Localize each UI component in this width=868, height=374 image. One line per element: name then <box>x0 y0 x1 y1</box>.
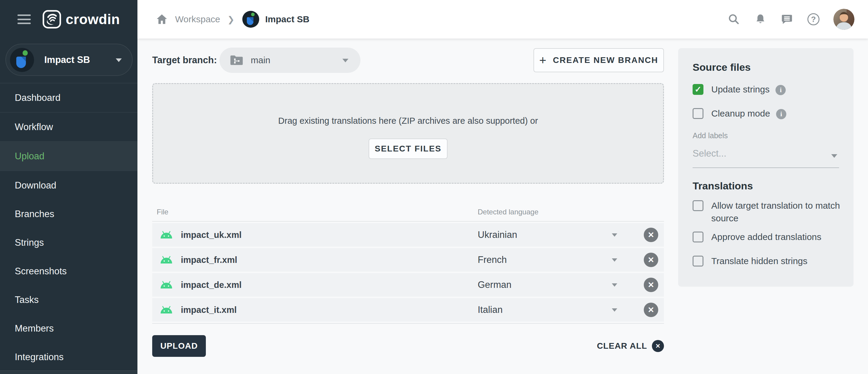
help-icon[interactable] <box>807 13 820 26</box>
table-actions: UPLOAD CLEAR ALL <box>152 335 664 359</box>
sidebar-item-dashboard[interactable]: Dashboard <box>0 83 137 112</box>
notifications-bell-icon[interactable] <box>754 13 767 26</box>
select-files-button[interactable]: SELECT FILES <box>369 138 447 159</box>
cleanup-mode-checkbox-row[interactable]: Cleanup mode <box>692 107 786 120</box>
plus-icon <box>539 54 546 67</box>
chevron-down-icon[interactable] <box>612 308 617 312</box>
sidebar-item-download[interactable]: Download <box>0 171 137 200</box>
breadcrumb: Workspace Impact SB <box>155 11 310 28</box>
file-dropzone[interactable]: Drag existing translations here (ZIP arc… <box>152 83 664 184</box>
approve-added-translations-checkbox-row[interactable]: Approve added translations <box>692 231 821 243</box>
file-name: impact_de.xml <box>181 280 241 290</box>
upload-settings-panel: Source files Update strings Cleanup mode… <box>678 48 854 287</box>
breadcrumb-project-avatar <box>242 11 259 28</box>
chevron-down-icon[interactable] <box>612 233 617 237</box>
branch-select[interactable]: main <box>219 47 361 73</box>
branch-select-value: main <box>251 55 270 65</box>
android-file-icon <box>160 231 173 239</box>
crowdin-logo-text: crowdin <box>66 11 120 27</box>
project-avatar <box>10 48 34 72</box>
remove-file-button[interactable] <box>644 303 658 317</box>
dropzone-hint: Drag existing translations here (ZIP arc… <box>153 116 663 126</box>
table-row: impact_uk.xml Ukrainian <box>152 223 664 247</box>
crowdin-logo-icon <box>42 10 61 29</box>
content: Target branch: main CREATE NEW BRANCH <box>137 38 868 374</box>
detected-language-select[interactable]: Italian <box>478 304 503 315</box>
table-row: impact_de.xml German <box>152 273 664 297</box>
translate-hidden-strings-checkbox-row[interactable]: Translate hidden strings <box>692 255 807 267</box>
sidebar-item-tasks[interactable]: Tasks <box>0 285 137 314</box>
file-name: impact_it.xml <box>181 305 237 315</box>
remove-file-button[interactable] <box>644 278 658 292</box>
android-file-icon <box>160 281 173 289</box>
sidebar-item-branches[interactable]: Branches <box>0 200 137 228</box>
breadcrumb-workspace-link[interactable]: Workspace <box>175 14 220 24</box>
update-strings-checkbox-row[interactable]: Update strings <box>692 83 786 96</box>
info-icon[interactable] <box>776 109 786 119</box>
sidebar-item-integrations[interactable]: Integrations <box>0 343 137 371</box>
table-row: impact_fr.xml French <box>152 248 664 272</box>
file-name: impact_uk.xml <box>181 230 241 240</box>
cleanup-mode-checkbox[interactable] <box>692 108 704 119</box>
chevron-down-icon[interactable] <box>612 283 617 287</box>
topbar-actions <box>727 9 855 30</box>
messages-chat-icon[interactable] <box>780 13 794 26</box>
sidebar-bottom-divider <box>0 370 137 374</box>
info-icon[interactable] <box>775 85 786 95</box>
chevron-down-icon <box>831 154 837 158</box>
breadcrumb-project-name: Impact SB <box>265 14 310 24</box>
user-avatar[interactable] <box>833 9 855 30</box>
sidebar-item-upload[interactable]: Upload <box>0 142 137 170</box>
detected-language-select[interactable]: German <box>478 279 512 290</box>
sidebar-item-workflow[interactable]: Workflow <box>0 113 137 141</box>
remove-file-button[interactable] <box>644 228 658 242</box>
table-header: File Detected language <box>152 201 664 222</box>
sidebar-item-strings[interactable]: Strings <box>0 228 137 257</box>
crowdin-logo[interactable]: crowdin <box>42 10 120 29</box>
project-selector[interactable]: Impact SB <box>5 44 133 76</box>
translate-hidden-strings-checkbox[interactable] <box>692 256 704 267</box>
update-strings-checkbox[interactable] <box>692 84 704 95</box>
sidebar-item-members[interactable]: Members <box>0 314 137 343</box>
search-icon[interactable] <box>727 13 741 26</box>
clear-all-close-icon <box>652 340 664 352</box>
create-new-branch-button[interactable]: CREATE NEW BRANCH <box>533 48 664 72</box>
chevron-down-icon[interactable] <box>612 259 617 262</box>
breadcrumb-chevron-icon <box>227 14 235 24</box>
branch-folder-icon <box>230 54 244 66</box>
detected-language-select[interactable]: Ukrainian <box>478 230 517 240</box>
sidebar-header: crowdin <box>0 0 137 38</box>
clear-all-button[interactable]: CLEAR ALL <box>597 340 664 352</box>
table-row: impact_it.xml Italian <box>152 298 664 321</box>
allow-target-match-source-checkbox[interactable] <box>692 200 704 211</box>
approve-added-translations-checkbox[interactable] <box>692 232 704 242</box>
column-header-language: Detected language <box>478 208 538 216</box>
file-name: impact_fr.xml <box>181 255 237 265</box>
branch-toolbar: Target branch: main CREATE NEW BRANCH <box>152 47 664 73</box>
android-file-icon <box>160 306 173 314</box>
target-branch-label: Target branch: <box>152 55 217 65</box>
detected-language-select[interactable]: French <box>478 254 507 265</box>
sidebar: crowdin Impact SB Dashboard Workflow Upl… <box>0 0 137 374</box>
uploaded-files-table: File Detected language impact_uk.xml Ukr… <box>152 201 664 324</box>
remove-file-button[interactable] <box>644 253 658 267</box>
chevron-down-icon <box>342 59 348 62</box>
table-bottom-divider <box>152 323 664 324</box>
main-area: Workspace Impact SB <box>137 0 868 374</box>
home-icon[interactable] <box>155 13 168 26</box>
android-file-icon <box>160 256 173 264</box>
app-root: crowdin Impact SB Dashboard Workflow Upl… <box>0 0 868 374</box>
topbar: Workspace Impact SB <box>137 0 868 38</box>
upload-button[interactable]: UPLOAD <box>152 335 206 357</box>
allow-target-match-source-checkbox-row[interactable]: Allow target translation to match source <box>692 199 844 225</box>
source-files-title: Source files <box>692 61 751 73</box>
column-header-file: File <box>157 208 168 216</box>
sidebar-item-screenshots[interactable]: Screenshots <box>0 257 137 285</box>
sidebar-nav: Dashboard Workflow Upload Download Branc… <box>0 83 137 371</box>
add-labels-label: Add labels <box>692 131 728 140</box>
translations-title: Translations <box>692 180 753 192</box>
hamburger-menu-icon[interactable] <box>18 14 31 24</box>
labels-select[interactable]: Select... <box>692 144 839 168</box>
project-selector-name: Impact SB <box>44 55 90 65</box>
chevron-down-icon <box>116 59 122 62</box>
